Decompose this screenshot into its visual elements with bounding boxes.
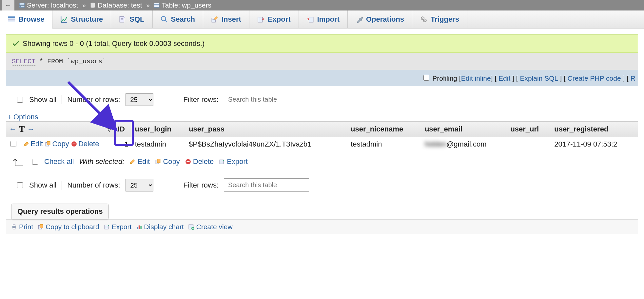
delete-icon	[185, 159, 191, 165]
svg-rect-40	[13, 228, 15, 229]
row-delete[interactable]: Delete	[71, 140, 99, 148]
breadcrumb-server[interactable]: Server: localhost	[16, 1, 81, 9]
bulk-edit[interactable]: Edit	[129, 157, 150, 166]
divider	[62, 181, 62, 190]
svg-rect-44	[137, 227, 138, 229]
svg-point-26	[422, 18, 423, 19]
row-copy[interactable]: Copy	[45, 140, 69, 148]
back-button[interactable]: ←	[2, 0, 14, 10]
show-all-checkbox-bottom[interactable]	[17, 182, 23, 188]
tab-insert-label: Insert	[222, 15, 241, 24]
tab-search-label: Search	[171, 15, 195, 24]
tab-operations[interactable]: Operations	[348, 10, 412, 28]
controls-top: Show all Number of rows: 25 Filter rows:	[6, 86, 638, 113]
refresh-link[interactable]: R	[631, 74, 635, 82]
query-display: SELECT * FROM `wp_users`	[6, 53, 638, 70]
svg-rect-45	[139, 226, 140, 229]
ops-display-chart[interactable]: Display chart	[136, 223, 184, 231]
col-user-email[interactable]: user_email	[421, 122, 507, 137]
create-php-link[interactable]: Create PHP code	[568, 74, 621, 82]
col-user-nicename[interactable]: user_nicename	[347, 122, 421, 137]
bulk-actions: Check all With selected: Edit Copy Delet…	[6, 151, 638, 172]
query-keyword: SELECT	[12, 58, 35, 66]
breadcrumb-table-label: Table: wp_users	[162, 1, 211, 9]
cell-user-nicename: testadmin	[347, 137, 421, 152]
breadcrumb-database[interactable]: Database: test	[87, 1, 145, 9]
copy-icon	[155, 159, 161, 165]
status-message: Showing rows 0 - 0 (1 total, Query took …	[6, 34, 638, 53]
tab-structure-label: Structure	[71, 15, 103, 24]
operations-icon	[356, 16, 363, 23]
ops-copy-clipboard[interactable]: Copy to clipboard	[38, 223, 99, 231]
num-rows-label-bottom: Number of rows:	[67, 181, 120, 189]
database-icon	[90, 2, 96, 8]
check-all-checkbox[interactable]	[32, 159, 38, 165]
chart-icon	[136, 224, 142, 230]
svg-rect-15	[120, 16, 124, 22]
tab-export[interactable]: Export	[249, 10, 299, 28]
tab-triggers[interactable]: Triggers	[412, 10, 467, 28]
filter-label: Filter rows:	[184, 95, 219, 104]
filter-input[interactable]	[224, 93, 309, 106]
status-text: Showing rows 0 - 0 (1 total, Query took …	[23, 39, 205, 48]
pencil-icon	[129, 159, 135, 165]
query-ops-header: Query results operations	[11, 204, 109, 219]
bulk-delete[interactable]: Delete	[185, 157, 214, 166]
check-icon	[12, 40, 19, 47]
tab-insert[interactable]: Insert	[203, 10, 249, 28]
bulk-export[interactable]: Export	[219, 157, 248, 166]
breadcrumb-table[interactable]: Table: wp_users	[151, 1, 214, 9]
svg-rect-46	[141, 226, 142, 229]
col-user-pass[interactable]: user_pass	[185, 122, 347, 137]
tab-import[interactable]: Import	[299, 10, 348, 28]
row-edit[interactable]: Edit	[23, 140, 43, 148]
filter-input-bottom[interactable]	[224, 178, 309, 192]
edit-inline-link[interactable]: Edit inline	[461, 74, 491, 82]
check-all-link[interactable]: Check all	[44, 157, 74, 166]
query-ops-line: Print Copy to clipboard Export Display c…	[6, 219, 638, 234]
breadcrumb-sep: »	[145, 1, 151, 9]
breadcrumb-database-label: Database: test	[98, 1, 142, 9]
email-domain: @gmail.com	[446, 140, 487, 148]
email-hidden: hidden	[425, 140, 446, 148]
svg-rect-10	[8, 16, 15, 18]
edit-link[interactable]: Edit	[498, 74, 510, 82]
export-icon	[257, 16, 264, 23]
tab-search[interactable]: Search	[153, 10, 203, 28]
svg-rect-36	[186, 161, 189, 162]
tab-browse[interactable]: Browse	[0, 10, 52, 29]
col-id[interactable]: ID	[114, 122, 132, 137]
tab-sql-label: SQL	[129, 15, 144, 24]
svg-rect-43	[105, 225, 108, 229]
show-all-checkbox[interactable]	[17, 97, 23, 103]
svg-rect-0	[19, 3, 25, 5]
ops-export[interactable]: Export	[104, 223, 132, 231]
col-user-registered[interactable]: user_registered	[551, 122, 638, 137]
breadcrumb: ← Server: localhost » Database: test » T…	[0, 0, 644, 10]
num-rows-select[interactable]: 25	[126, 93, 153, 106]
pencil-icon	[23, 141, 29, 147]
tab-import-label: Import	[317, 15, 340, 24]
svg-rect-23	[309, 17, 313, 22]
explain-link[interactable]: Explain SQL	[520, 74, 558, 82]
copy-icon	[45, 141, 51, 147]
column-move-tools[interactable]: ← T →	[9, 124, 34, 134]
svg-rect-42	[40, 224, 43, 228]
breadcrumb-server-label: Server: localhost	[27, 1, 78, 9]
bulk-copy[interactable]: Copy	[155, 157, 180, 166]
col-user-login[interactable]: user_login	[132, 122, 185, 137]
col-user-url[interactable]: user_url	[507, 122, 551, 137]
tab-structure[interactable]: Structure	[52, 10, 111, 28]
ops-create-view[interactable]: Create view	[188, 223, 233, 231]
sort-indicator-icon[interactable]: ▽	[107, 127, 111, 132]
profiling-checkbox[interactable]	[423, 75, 429, 81]
svg-point-27	[424, 20, 425, 21]
row-checkbox[interactable]	[10, 141, 16, 147]
options-toggle[interactable]: + Options	[7, 113, 38, 121]
ops-print[interactable]: Print	[11, 223, 33, 231]
move-right-icon[interactable]: →	[27, 125, 34, 133]
cell-id: 1	[114, 137, 132, 152]
num-rows-select-bottom[interactable]: 25	[126, 179, 153, 191]
move-left-icon[interactable]: ←	[9, 125, 16, 133]
tab-sql[interactable]: SQL	[111, 10, 152, 28]
